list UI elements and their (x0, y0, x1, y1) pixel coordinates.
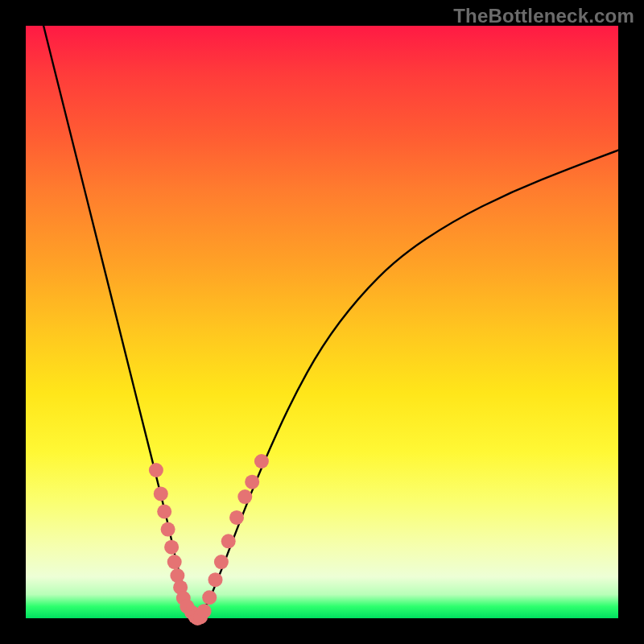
marker-dot (229, 510, 244, 525)
marker-dot (245, 475, 259, 489)
marker-dot (149, 463, 163, 477)
plot-area (26, 26, 618, 618)
marker-dot (161, 522, 175, 537)
watermark-text: TheBottleneck.com (453, 5, 634, 27)
marker-dot (202, 590, 217, 605)
marker-dot (197, 604, 212, 618)
chart-svg (26, 26, 618, 618)
marker-dot (208, 572, 223, 587)
marker-dot (254, 454, 269, 469)
marker-dot (214, 555, 229, 569)
marker-dot (157, 505, 171, 519)
marker-dot (221, 534, 236, 548)
marker-dot (154, 486, 168, 501)
marker-dot (164, 540, 179, 555)
bottleneck-curve (43, 26, 618, 617)
chart-stage: TheBottleneck.com (0, 0, 644, 644)
marker-group (149, 454, 269, 625)
marker-dot (167, 555, 182, 569)
marker-dot (237, 489, 252, 504)
